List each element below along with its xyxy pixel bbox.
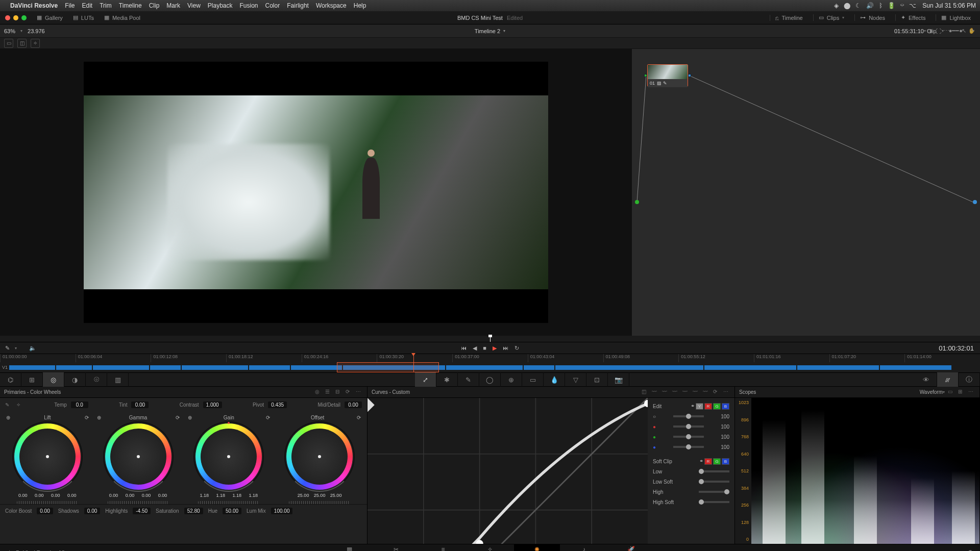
- wheel-value[interactable]: 1.18: [247, 493, 260, 498]
- soft-slider[interactable]: [699, 491, 729, 493]
- viewer-scrubber[interactable]: [0, 336, 980, 342]
- hue-curve-icon[interactable]: 〰: [693, 389, 700, 396]
- timeline-clip[interactable]: [249, 365, 290, 370]
- reset-icon[interactable]: ⟳: [713, 389, 720, 396]
- reset-icon[interactable]: ⟳: [85, 415, 89, 420]
- wheel-value[interactable]: 0.00: [124, 493, 137, 498]
- scope-layout-icon[interactable]: ⊞: [958, 389, 965, 396]
- more-icon[interactable]: ⋯: [723, 389, 730, 396]
- tab-nodes[interactable]: ⊶ Nodes: [854, 14, 890, 21]
- menu-trim[interactable]: Trim: [100, 2, 112, 9]
- wheel-value[interactable]: 1.18: [214, 493, 227, 498]
- softclip-b[interactable]: B: [722, 458, 729, 465]
- page-media[interactable]: ▦Media: [326, 544, 372, 552]
- battery-icon[interactable]: 🔋: [888, 2, 895, 9]
- wheel-value[interactable]: 0.00: [16, 493, 30, 498]
- rgb-mixer-icon[interactable]: ⦾: [86, 372, 107, 387]
- home-icon[interactable]: ⌂: [957, 549, 961, 551]
- value-highlights[interactable]: -4.50: [133, 508, 151, 514]
- color-match-icon[interactable]: ⊞: [21, 372, 43, 387]
- project-settings-icon[interactable]: ⚙: [968, 549, 973, 551]
- menu-playback[interactable]: Playback: [208, 2, 233, 9]
- menubar-clock[interactable]: Sun Jul 31 5:06 PM: [922, 2, 976, 9]
- gain-wheel[interactable]: [195, 423, 262, 490]
- timeline-clip[interactable]: [9, 365, 55, 370]
- softclip-r[interactable]: R: [704, 458, 712, 465]
- info-toggle-icon[interactable]: ⓘ: [959, 372, 980, 387]
- page-deliver[interactable]: 🚀Deliver: [608, 544, 654, 552]
- home-button[interactable]: ✦DaVinci Resolve 18: [7, 549, 65, 551]
- blur-icon[interactable]: 💧: [544, 372, 565, 387]
- value-saturation[interactable]: 52.80: [184, 508, 203, 514]
- playhead-icon[interactable]: [490, 336, 491, 342]
- scopes-toggle-icon[interactable]: ⫻: [937, 372, 959, 387]
- timeline-clip[interactable]: [555, 365, 703, 370]
- reset-icon[interactable]: ⟳: [346, 389, 353, 396]
- timeline-clip[interactable]: [880, 365, 951, 370]
- tracker-icon[interactable]: ⊕: [501, 372, 522, 387]
- menu-help[interactable]: Help: [354, 2, 366, 9]
- sizing-icon[interactable]: ⊡: [586, 372, 608, 387]
- wheel-value[interactable]: 25.00: [329, 493, 342, 498]
- wheel-value[interactable]: 25.00: [297, 493, 310, 498]
- intensity-value[interactable]: 100: [721, 444, 729, 450]
- tab-clips[interactable]: ▭ Clips ▾: [813, 14, 849, 21]
- timeline-clip[interactable]: [704, 365, 796, 370]
- page-fairlight[interactable]: ♪Fairlight: [561, 544, 607, 552]
- intensity-value[interactable]: 100: [721, 424, 729, 430]
- tab-timeline[interactable]: ⎌ Timeline: [770, 15, 808, 21]
- tab-lightbox[interactable]: ▦ Lightbox: [936, 14, 976, 21]
- timeline-clip[interactable]: [797, 365, 879, 370]
- status-icon[interactable]: ⬤: [844, 2, 850, 9]
- play-icon[interactable]: ▶: [493, 345, 497, 352]
- loop-icon[interactable]: ↻: [514, 345, 519, 352]
- value-lummix[interactable]: 100.00: [271, 508, 293, 514]
- window-close[interactable]: [5, 15, 10, 20]
- menu-fairlight[interactable]: Fairlight: [287, 2, 309, 9]
- window-minimize[interactable]: [13, 15, 18, 20]
- intensity-slider[interactable]: [673, 425, 704, 428]
- magic-mask-icon[interactable]: ▭: [522, 372, 544, 387]
- menu-clip[interactable]: Clip: [149, 2, 160, 9]
- page-edit[interactable]: ≡Edit: [420, 544, 466, 552]
- softclip-g[interactable]: G: [713, 458, 721, 465]
- custom-curve-icon[interactable]: ◫: [642, 389, 649, 396]
- viewer-zoom[interactable]: 63%: [4, 28, 15, 34]
- soft-slider[interactable]: [699, 501, 729, 503]
- wheel-value[interactable]: 0.00: [65, 493, 79, 498]
- status-icon[interactable]: ☾: [855, 2, 861, 9]
- value-tint[interactable]: 0.00: [131, 402, 149, 408]
- menu-fusion[interactable]: Fusion: [240, 2, 258, 9]
- app-name[interactable]: DaVinci Resolve: [10, 2, 58, 9]
- hue-curve-icon[interactable]: 〰: [703, 389, 710, 396]
- tab-luts[interactable]: ▤ LUTs: [68, 11, 99, 24]
- page-cut[interactable]: ✂Cut: [373, 544, 419, 552]
- node-input[interactable]: [644, 74, 647, 77]
- wheel-value[interactable]: 0.00: [107, 493, 120, 498]
- timeline-clip[interactable]: [150, 365, 181, 370]
- value-temp[interactable]: 0.0: [71, 402, 88, 408]
- reset-icon[interactable]: ⟳: [357, 415, 361, 420]
- wheel-value[interactable]: 0.00: [156, 493, 169, 498]
- hdr-icon[interactable]: ◑: [64, 372, 86, 387]
- auto-balance-icon[interactable]: ✧: [16, 402, 23, 408]
- prev-clip-icon[interactable]: ⏮: [461, 345, 467, 351]
- timeline-clip[interactable]: [56, 365, 92, 370]
- value-hue[interactable]: 50.00: [223, 508, 241, 514]
- timeline-clip[interactable]: [446, 365, 523, 370]
- wheels-mode-icon[interactable]: ◎: [315, 389, 322, 396]
- intensity-value[interactable]: 100: [721, 414, 729, 419]
- tab-effects[interactable]: ✦ Effects: [895, 14, 930, 21]
- corrector-node[interactable]: 01 ▧ ✎: [647, 64, 688, 87]
- channel-b[interactable]: B: [722, 403, 729, 410]
- intensity-slider[interactable]: [673, 436, 704, 438]
- page-color[interactable]: ✺Color: [514, 544, 560, 552]
- stop-icon[interactable]: ■: [483, 345, 486, 351]
- node-output[interactable]: [688, 74, 691, 77]
- menu-file[interactable]: File: [65, 2, 75, 9]
- curve-editor[interactable]: [368, 398, 648, 544]
- intensity-value[interactable]: 100: [721, 434, 729, 440]
- next-clip-icon[interactable]: ⏭: [503, 345, 508, 351]
- status-icon[interactable]: ◈: [834, 2, 839, 9]
- control-center-icon[interactable]: ⌥: [909, 2, 916, 9]
